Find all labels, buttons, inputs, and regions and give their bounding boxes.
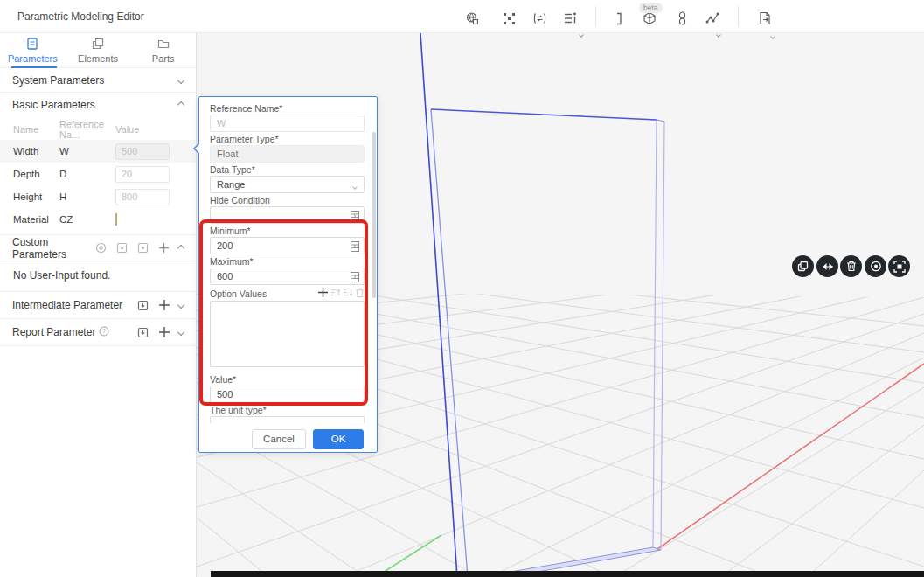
mirror-button[interactable] [816,255,838,277]
viewport-bottom-bar [211,571,924,577]
chevron-down-icon [177,329,184,336]
cancel-button[interactable]: Cancel [252,429,306,449]
export-document-icon[interactable] [757,10,773,26]
data-type-label: Data Type* [210,164,365,176]
custom-parameters-empty-text: No User-Input found. [0,261,196,292]
section-intermediate-parameter[interactable]: Intermediate Parameter [0,292,196,319]
formula-icon[interactable] [349,240,360,252]
table-row-width[interactable]: Width W [0,140,196,163]
section-label: System Parameters [12,74,178,87]
hide-condition-input[interactable] [211,207,364,223]
modal-scrollbar[interactable] [372,132,376,298]
add-parameter-icon[interactable] [157,299,170,312]
delete-option-icon[interactable] [355,286,365,302]
modal-body: Reference Name* Parameter Type* Data Typ… [199,97,377,427]
pattern-array-icon[interactable] [501,10,517,26]
chevron-up-icon [177,244,184,251]
option-values-label: Option Values [210,288,317,300]
element-list-expander-icon[interactable] [580,24,584,29]
unit-type-input[interactable] [210,416,365,423]
table-row-height[interactable]: Height H [0,185,196,208]
unit-type-label: The unit type* [210,405,365,416]
minimum-label: Minimum* [210,226,365,237]
section-report-parameter[interactable]: Report Parameter ? [0,319,196,346]
table-row-depth[interactable]: Depth D [0,163,196,185]
swap-parameters-icon[interactable] [531,10,547,26]
question-circle-icon[interactable]: ? [99,326,109,339]
reference-name-input[interactable] [211,115,364,131]
param-ref: H [59,191,115,202]
ok-button[interactable]: OK [313,429,364,449]
export-parameter-icon[interactable] [136,241,149,254]
toolbar-divider [595,6,596,27]
section-custom-parameters[interactable]: Custom Parameters [0,235,196,261]
section-clip-icon[interactable] [611,10,627,26]
tab-parameters[interactable]: Parameters [0,33,66,67]
material-swatch[interactable] [115,213,117,226]
chevron-down-icon [177,76,184,83]
value-input[interactable] [211,386,364,402]
parameter-type-input[interactable] [211,146,364,162]
param-ref: W [59,146,115,156]
link-chain-icon[interactable] [674,10,690,26]
param-ref: D [59,169,115,179]
toolbar-divider [738,6,739,27]
element-list-icon[interactable] [562,10,578,26]
top-bar: Parametric Modeling Editor beta [0,0,924,33]
visibility-button[interactable] [865,255,886,277]
add-parameter-icon[interactable] [157,326,170,339]
import-parameter-icon[interactable] [115,241,129,254]
import-parameter-icon[interactable] [136,326,149,339]
edit-parameter-modal: Reference Name* Parameter Type* Data Typ… [198,96,378,453]
duplicate-button[interactable] [792,255,814,277]
section-basic-parameters[interactable]: Basic Parameters [0,93,196,117]
depth-value-input[interactable] [115,166,170,183]
visibility-circle-icon[interactable] [94,241,108,254]
minimum-input[interactable] [211,238,364,254]
maximum-input[interactable] [211,268,364,284]
param-name: Depth [0,169,59,179]
chevron-up-icon [177,101,184,108]
width-value-input[interactable] [115,143,170,160]
node-graph-expander-icon[interactable] [717,24,721,29]
hide-condition-label: Hide Condition [210,195,365,206]
tab-label: Parameters [8,53,58,64]
select-caret-icon [349,181,360,192]
value-label: Value* [210,374,365,386]
option-values-textarea[interactable] [210,301,365,367]
param-name: Material [0,214,59,225]
section-label: Report Parameter [12,326,95,338]
model-panel[interactable] [420,33,664,577]
sort-ascending-icon[interactable] [330,286,341,302]
add-parameter-icon[interactable] [157,241,170,254]
param-name: Height [0,191,59,202]
section-label: Basic Parameters [12,99,178,111]
tab-elements[interactable]: Elements [66,33,131,67]
formula-icon[interactable] [349,210,360,221]
formula-icon[interactable] [349,271,360,282]
section-system-parameters[interactable]: System Parameters [0,68,196,93]
focus-fit-button[interactable] [888,255,910,277]
import-parameter-icon[interactable] [136,299,149,312]
maximum-label: Maximum* [210,256,365,268]
parts-folder-icon [157,38,170,52]
tab-label: Parts [152,53,175,64]
sort-descending-icon[interactable] [343,286,353,302]
section-label: Intermediate Parameter [12,299,136,311]
height-value-input[interactable] [115,189,170,205]
param-name: Width [0,146,59,156]
export-document-expander-icon[interactable] [771,26,775,31]
app-title: Parametric Modeling Editor [17,10,144,23]
parameters-sidebar: Parameters Elements Parts System Paramet… [0,33,197,577]
axis-green [379,535,441,575]
tab-parts[interactable]: Parts [130,33,196,67]
delete-button[interactable] [840,255,862,277]
add-option-icon[interactable] [317,286,329,302]
model-library-icon[interactable] [464,10,480,26]
section-label: Custom Parameters [12,236,94,261]
modal-footer: Cancel OK [199,426,377,452]
col-name: Name [0,124,59,135]
table-header: Name Reference Na... Value [0,119,196,140]
table-row-material[interactable]: Material CZ [0,208,196,231]
data-type-select[interactable] [210,176,365,193]
